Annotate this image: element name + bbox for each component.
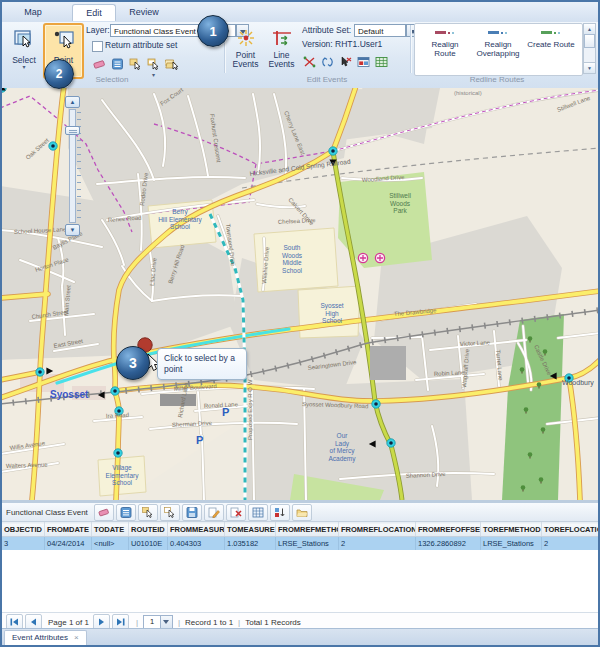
column-header-toreflocation[interactable]: TOREFLOCATION <box>542 523 600 537</box>
tab-event-attributes[interactable]: Event Attributes× <box>4 630 87 646</box>
zoom-in-icon[interactable]: ▲ <box>65 96 80 108</box>
blue-arrows-icon <box>321 56 334 68</box>
column-header-frommeasure[interactable]: FROMMEASURE <box>168 523 225 537</box>
redline-group-label: Redline Routes <box>427 75 567 84</box>
clear-selection-button[interactable] <box>90 55 108 72</box>
table-cell[interactable]: 1326.2860892 <box>416 537 481 551</box>
record-total-label: Total 1 Records <box>245 618 301 627</box>
column-header-todate[interactable]: TODATE <box>92 523 129 537</box>
redline-button-label: Realign Overlapping <box>473 40 523 58</box>
tab-map[interactable]: Map <box>12 4 54 21</box>
table-cell[interactable]: 0.404303 <box>168 537 225 551</box>
zoom-slider-handle[interactable] <box>65 126 80 135</box>
panel-delete-button[interactable] <box>226 504 246 521</box>
zoom-slider[interactable]: ▲ ▼ <box>64 96 82 236</box>
map-label: Stillwell Lane <box>556 95 591 113</box>
select-add-button[interactable] <box>126 55 144 72</box>
return-attribute-set-checkbox[interactable] <box>92 41 103 52</box>
cursor-remove-icon <box>147 58 160 70</box>
table-cell[interactable]: 2 <box>542 537 600 551</box>
map-tooltip: Click to select by a point <box>157 348 247 380</box>
table-cell[interactable]: LRSE_Stations <box>481 537 542 551</box>
redline-create-route-button[interactable]: Create Route <box>526 25 576 70</box>
scroll-thumb[interactable] <box>584 34 595 48</box>
eraser-icon <box>98 507 110 518</box>
table-cell[interactable]: 2 <box>339 537 416 551</box>
map-label: Ira Road <box>106 412 129 419</box>
panel-sort-button[interactable] <box>270 504 290 521</box>
map-label: Syosset <box>50 389 89 400</box>
point-events-button[interactable]: Point Events <box>227 23 264 77</box>
attribute-table: OBJECTIDFROMDATETODATEROUTEIDFROMMEASURE… <box>2 522 600 550</box>
map-canvas: Fox CourtFoxhurst CrescentCherry Lane Ea… <box>2 88 598 500</box>
edit-node-button[interactable] <box>300 53 318 70</box>
redline-line-icon <box>541 27 561 39</box>
cursor-add-icon <box>142 507 154 518</box>
edit-events-group-label: Edit Events <box>257 75 397 84</box>
page-indicator: Page 1 of 1 <box>48 618 89 627</box>
zoom-out-icon[interactable]: ▼ <box>65 224 80 236</box>
map-view[interactable]: Fox CourtFoxhurst CrescentCherry Lane Ea… <box>2 88 598 500</box>
select-remove-button[interactable] <box>144 55 162 72</box>
red-node-icon <box>303 56 316 68</box>
edit-flip-button[interactable] <box>318 53 336 70</box>
redline-line-icon <box>488 27 508 39</box>
point-select-icon <box>52 28 76 52</box>
column-header-fromreflocation[interactable]: FROMREFLOCATION <box>339 523 416 537</box>
table-cell[interactable]: U01010E <box>129 537 168 551</box>
column-header-routeid[interactable]: ROUTEID <box>129 523 168 537</box>
map-label: (historical) <box>454 90 482 96</box>
panel-edit-button[interactable] <box>204 504 224 521</box>
redline-realign-overlapping-button[interactable]: Realign Overlapping <box>473 25 523 70</box>
tab-edit[interactable]: Edit <box>72 4 116 21</box>
split-window-icon <box>357 56 370 68</box>
attribute-set-label: Attribute Set: <box>302 25 351 35</box>
selection-list-button[interactable] <box>108 55 126 72</box>
table-cell[interactable]: 3 <box>2 537 45 551</box>
redline-scrollbar[interactable]: ▲ ▼ <box>583 23 596 74</box>
page-number-input[interactable]: 1 <box>143 615 161 629</box>
list-icon <box>111 58 124 70</box>
select-button[interactable]: Select ▾ <box>5 23 43 77</box>
scroll-down-icon[interactable]: ▼ <box>584 62 595 73</box>
select-layers-button[interactable] <box>162 55 180 72</box>
panel-select-remove-button[interactable] <box>160 504 180 521</box>
layer-label: Layer: <box>86 25 110 35</box>
table-cell[interactable]: LRSE_Stations <box>276 537 339 551</box>
tab-review[interactable]: Review <box>120 4 168 21</box>
green-table-icon <box>375 56 388 68</box>
redline-realign-route-button[interactable]: Realign Route <box>420 25 470 70</box>
edit-window-button[interactable] <box>354 53 372 70</box>
edit-cursor-x-button[interactable] <box>336 53 354 70</box>
column-header-tomeasure[interactable]: TOMEASURE <box>225 523 276 537</box>
panel-clear-button[interactable] <box>94 504 114 521</box>
panel-save-button[interactable] <box>182 504 202 521</box>
table-cell[interactable]: 04/24/2014 <box>45 537 92 551</box>
bottom-tab-bar: Event Attributes× <box>2 628 598 646</box>
table-cell[interactable]: 1.035182 <box>225 537 276 551</box>
column-header-fromdate[interactable]: FROMDATE <box>45 523 92 537</box>
close-icon[interactable]: × <box>74 633 79 642</box>
page-number-dropdown[interactable] <box>161 615 173 629</box>
last-page-icon <box>116 618 125 626</box>
table-icon <box>252 507 264 518</box>
panel-table-button[interactable] <box>248 504 268 521</box>
line-events-button[interactable]: Line Events <box>263 23 300 77</box>
select-dropdown-caret[interactable]: ▾ <box>6 65 42 69</box>
table-cell[interactable]: <null> <box>92 537 129 551</box>
map-label: Proposed Expy R O W <box>247 379 253 440</box>
column-header-objectid[interactable]: OBJECTID <box>2 523 45 537</box>
column-header-torefmethod[interactable]: TOREFMETHOD <box>481 523 542 537</box>
table-row[interactable]: 304/24/2014<null>U01010E0.4043031.035182… <box>2 537 600 551</box>
panel-select-add-button[interactable] <box>138 504 158 521</box>
prev-page-icon <box>30 618 37 626</box>
redline-line-icon <box>435 27 455 39</box>
panel-open-button[interactable] <box>292 504 312 521</box>
attribute-set-combobox[interactable]: Default <box>354 24 406 37</box>
panel-list-button[interactable] <box>116 504 136 521</box>
edit-table-button[interactable] <box>372 53 390 70</box>
industrial-building <box>370 346 406 380</box>
cursor-remove-icon <box>164 507 176 518</box>
column-header-fromrefoffset[interactable]: FROMREFOFFSET <box>416 523 481 537</box>
column-header-fromrefmethod[interactable]: FROMREFMETHOD <box>276 523 339 537</box>
